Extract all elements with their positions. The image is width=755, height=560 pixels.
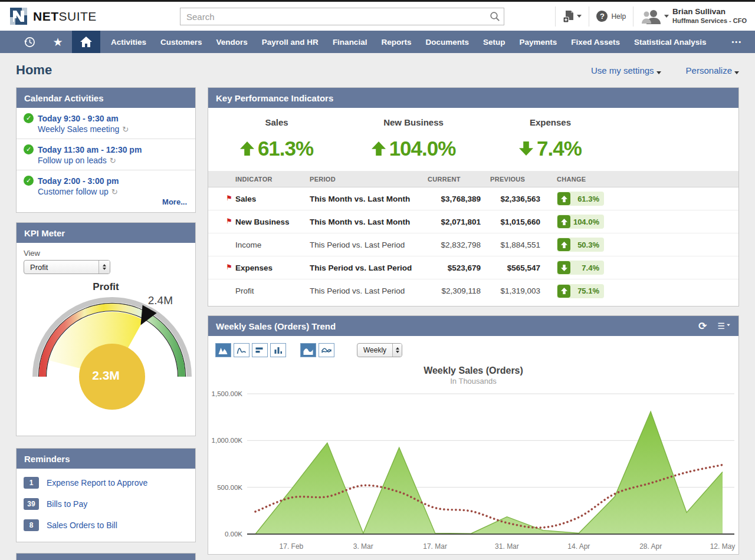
divider	[633, 6, 633, 27]
kpi-row-income[interactable]: Income This Period vs. Last Period $2,83…	[208, 233, 738, 256]
chart-subtitle: In Thousands	[208, 377, 738, 386]
event-name[interactable]: Weekly Sales meeting	[38, 124, 119, 134]
event-time: Today 2:00 - 3:00 pm	[38, 176, 119, 186]
refresh-icon[interactable]: ⟳	[698, 321, 707, 331]
search-input[interactable]	[180, 12, 486, 22]
settings-header[interactable]: Settings	[17, 554, 195, 560]
reminder-bills-to-pay[interactable]: 39 Bills to Pay	[17, 493, 195, 515]
count-badge: 39	[24, 498, 39, 510]
col-indicator[interactable]: INDICATOR	[208, 176, 310, 183]
nav-item-statistical-analysis[interactable]: Statistical Analysis	[627, 38, 714, 47]
reminder-label: Sales Orders to Bill	[47, 521, 117, 530]
svg-text:17. Mar: 17. Mar	[423, 542, 447, 551]
check-circle-icon: ✓	[24, 176, 34, 186]
flag-icon: ⚑	[226, 263, 232, 271]
nav-more-button[interactable]: •••	[731, 38, 755, 45]
kpi-row-new-business[interactable]: ⚑New Business This Month vs. Last Month …	[208, 210, 738, 233]
netsuite-logo[interactable]: NETSUITE	[0, 7, 171, 25]
nav-item-financial[interactable]: Financial	[326, 38, 375, 47]
calendar-more-link[interactable]: More...	[24, 196, 188, 207]
create-new-button[interactable]	[563, 10, 582, 23]
nav-item-reports[interactable]: Reports	[374, 38, 418, 47]
kpi-meter-header[interactable]: KPI Meter	[17, 223, 195, 243]
chart-type-column-button[interactable]	[270, 343, 286, 357]
kpi-highlight-new-business[interactable]: New Business 104.0%	[345, 117, 482, 160]
kpi-highlight-value: 104.0%	[389, 137, 456, 160]
chart-type-hbar-button[interactable]	[252, 343, 268, 357]
global-search	[180, 8, 504, 25]
weekly-sales-chart[interactable]: 0.00K500.00K1,000.00K1,500.00K17. Feb3. …	[211, 388, 734, 554]
kpi-row-profit[interactable]: Profit This Period vs. Last Period $2,30…	[208, 279, 738, 302]
home-tab[interactable]	[72, 31, 100, 53]
shortcuts-button[interactable]: ★	[44, 31, 72, 53]
recurring-icon: ↻	[110, 156, 116, 165]
reminder-expense-reports[interactable]: 1 Expense Report to Approve	[17, 472, 195, 493]
chevron-down-icon	[734, 71, 739, 74]
multi-line-button[interactable]	[319, 343, 334, 357]
gauge-title: Profit	[24, 281, 188, 293]
chevron-down-icon	[577, 15, 582, 18]
help-label: Help	[611, 12, 626, 21]
calendar-activities-panel: Calendar Activities ✓Today 9:30 - 9:30 a…	[16, 87, 196, 213]
event-time: Today 11:30 am - 12:30 pm	[38, 145, 142, 154]
search-icon[interactable]	[486, 11, 504, 22]
event-time: Today 9:30 - 9:30 am	[38, 114, 119, 123]
col-previous[interactable]: PREVIOUS	[490, 176, 540, 183]
user-menu[interactable]: Brian Sullivan Huffman Services - CFO	[641, 7, 755, 25]
smooth-area-button[interactable]	[300, 343, 316, 357]
calendar-event[interactable]: ✓Today 9:30 - 9:30 am Weekly Sales meeti…	[17, 108, 195, 139]
col-current[interactable]: CURRENT	[428, 176, 481, 183]
chart-type-line-button[interactable]	[234, 343, 250, 357]
nav-item-payments[interactable]: Payments	[512, 38, 564, 47]
kpi-row-expenses[interactable]: ⚑Expenses This Period vs. Last Period $5…	[208, 256, 738, 279]
kpi-highlights: Sales 61.3% New Business 104.0%	[208, 108, 738, 171]
kpi-panel-header[interactable]: Key Performance Indicators	[208, 88, 738, 108]
reminders-header[interactable]: Reminders	[17, 449, 195, 469]
personalize-button[interactable]: Personalize	[686, 65, 739, 75]
nav-item-activities[interactable]: Activities	[104, 38, 153, 47]
change-badge: 104.0%	[557, 215, 604, 229]
recent-records-button[interactable]	[15, 31, 44, 53]
kpi-highlight-value: 7.4%	[537, 137, 582, 160]
nav-item-documents[interactable]: Documents	[418, 38, 476, 47]
calendar-event[interactable]: ✓Today 11:30 am - 12:30 pm Follow up on …	[17, 139, 195, 170]
kpi-highlight-expenses[interactable]: Expenses 7.4%	[482, 117, 619, 160]
calendar-activities-header[interactable]: Calendar Activities	[17, 88, 195, 108]
nav-item-vendors[interactable]: Vendors	[209, 38, 255, 47]
kpi-view-select[interactable]: Profit	[24, 260, 110, 274]
kpi-highlight-value: 61.3%	[258, 137, 313, 160]
kpi-table: INDICATOR PERIOD CURRENT PREVIOUS CHANGE…	[208, 171, 738, 306]
chart-type-area-button[interactable]	[215, 343, 231, 357]
nav-item-customers[interactable]: Customers	[153, 38, 209, 47]
main-nav: ★ Activities Customers Vendors Payroll a…	[0, 31, 755, 53]
svg-text:1,500.00K: 1,500.00K	[212, 390, 243, 397]
nav-item-setup[interactable]: Setup	[476, 38, 513, 47]
event-name[interactable]: Follow up on leads	[38, 156, 107, 165]
event-name[interactable]: Customer follow up	[38, 187, 109, 196]
reminder-sales-orders[interactable]: 8 Sales Orders to Bill	[17, 515, 195, 536]
col-change[interactable]: CHANGE	[557, 176, 586, 183]
nav-item-payroll-hr[interactable]: Payroll and HR	[255, 38, 326, 47]
calendar-event[interactable]: ✓Today 2:00 - 3:00 pm Customer follow up…	[17, 170, 195, 212]
user-role: Huffman Services - CFO	[672, 17, 747, 25]
select-stepper-icon	[392, 344, 402, 357]
gauge-dial	[24, 294, 201, 412]
period-select[interactable]: Weekly	[357, 343, 402, 357]
svg-text:0.00K: 0.00K	[225, 531, 242, 538]
check-circle-icon: ✓	[24, 113, 34, 123]
panel-menu-icon[interactable]: ☰	[717, 321, 731, 331]
page-title: Home	[16, 62, 52, 78]
kpi-row-sales[interactable]: ⚑Sales This Month vs. Last Month $3,768,…	[208, 187, 738, 210]
nav-item-fixed-assets[interactable]: Fixed Assets	[564, 38, 627, 47]
up-arrow-icon	[557, 192, 570, 205]
help-button[interactable]: ? Help	[596, 11, 626, 22]
kpi-panel: Key Performance Indicators Sales 61.3% N…	[208, 87, 739, 307]
up-arrow-icon	[557, 238, 570, 251]
weekly-sales-trend-header[interactable]: Weekly Sales (Orders) Trend ⟳ ☰	[208, 316, 738, 336]
gauge-max-label: 2.4M	[148, 294, 173, 307]
page-title-row: Home Use my settings Personalize	[0, 53, 755, 87]
use-my-settings-button[interactable]: Use my settings	[591, 65, 661, 75]
flag-icon: ⚑	[226, 194, 232, 202]
kpi-highlight-sales[interactable]: Sales 61.3%	[208, 117, 345, 160]
col-period[interactable]: PERIOD	[310, 176, 428, 183]
